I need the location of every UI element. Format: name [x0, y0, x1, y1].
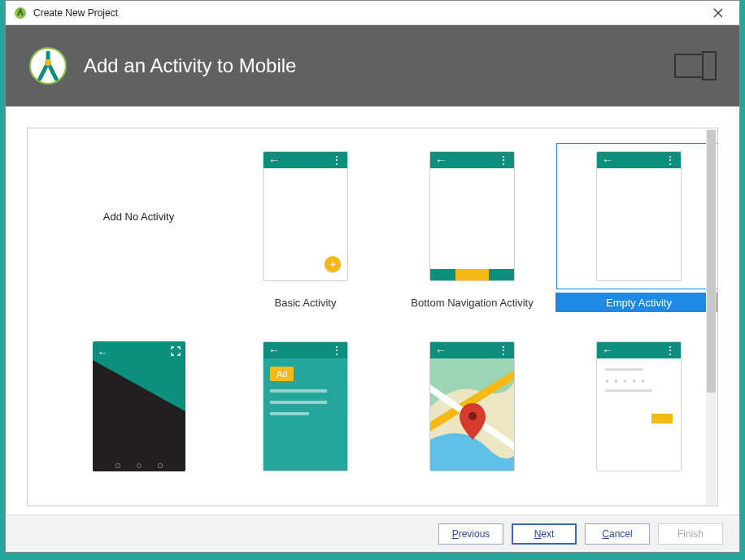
template-gallery: Add No Activity ← ⋮ +	[27, 128, 718, 506]
overflow-menu-icon: ⋮	[664, 345, 676, 356]
svg-point-3	[45, 59, 51, 66]
previous-button[interactable]: Previous	[438, 523, 503, 545]
overflow-menu-icon: ⋮	[498, 345, 509, 356]
dialog-window: Create New Project Add an Activity to Mo…	[5, 0, 740, 553]
content-area: Add No Activity ← ⋮ +	[6, 106, 739, 514]
template-basic-activity[interactable]: ← ⋮ + Basic Activity	[222, 143, 389, 312]
template-empty-activity[interactable]: ← ⋮ Empty Activity	[555, 143, 718, 312]
template-add-no-activity[interactable]: Add No Activity	[55, 143, 222, 312]
template-login-activity[interactable]: ← ⋮ ● ● ● ● ●	[555, 333, 718, 480]
template-label	[55, 293, 222, 312]
back-arrow-icon: ←	[268, 345, 280, 356]
template-maps-activity[interactable]: ← ⋮	[389, 333, 555, 480]
back-arrow-icon: ←	[435, 154, 447, 166]
close-button[interactable]	[702, 2, 734, 24]
fullscreen-icon	[171, 346, 181, 358]
maps-activity-thumb: ← ⋮	[429, 341, 515, 471]
template-admob-activity[interactable]: ← ⋮ Ad	[222, 333, 389, 480]
scrollbar-thumb[interactable]	[707, 130, 716, 393]
template-label: Bottom Navigation Activity	[389, 293, 555, 312]
android-studio-icon	[14, 7, 27, 20]
back-arrow-icon: ←	[268, 154, 280, 166]
overflow-menu-icon: ⋮	[331, 345, 342, 356]
bottomnav-activity-thumb: ← ⋮	[429, 151, 515, 281]
back-arrow-icon: ←	[435, 345, 447, 356]
back-arrow-icon: ←	[602, 154, 613, 166]
android-studio-logo-icon	[28, 46, 68, 85]
scrollbar[interactable]	[706, 129, 717, 505]
titlebar: Create New Project	[6, 1, 739, 25]
template-bottom-navigation-activity[interactable]: ← ⋮ Bottom Navigation Activity	[389, 143, 555, 312]
ad-activity-thumb: ← ⋮ Ad	[263, 341, 348, 471]
svg-rect-5	[703, 52, 716, 80]
basic-activity-thumb: ← ⋮ +	[263, 151, 348, 281]
template-label: Empty Activity	[555, 293, 718, 312]
template-label: Basic Activity	[222, 293, 389, 312]
wizard-header: Add an Activity to Mobile	[6, 25, 739, 106]
svg-point-7	[468, 412, 477, 420]
page-title: Add an Activity to Mobile	[84, 54, 674, 77]
template-fullscreen-activity[interactable]: ←	[55, 333, 222, 480]
finish-button: Finish	[658, 523, 723, 545]
window-title: Create New Project	[33, 7, 702, 19]
fullscreen-activity-thumb: ←	[93, 341, 185, 471]
fab-icon: +	[325, 256, 341, 272]
cancel-button[interactable]: Cancel	[585, 523, 650, 545]
device-frame-icon	[674, 51, 717, 80]
back-arrow-icon: ←	[98, 346, 108, 358]
overflow-menu-icon: ⋮	[664, 154, 676, 166]
empty-activity-thumb: ← ⋮	[596, 151, 682, 281]
login-activity-thumb: ← ⋮ ● ● ● ● ●	[596, 341, 682, 471]
wizard-footer: Previous Next Cancel Finish	[6, 514, 739, 552]
no-activity-thumb: Add No Activity	[96, 151, 181, 281]
back-arrow-icon: ←	[602, 345, 613, 356]
next-button[interactable]: Next	[512, 523, 577, 545]
ad-badge: Ad	[270, 367, 294, 381]
overflow-menu-icon: ⋮	[498, 154, 509, 166]
overflow-menu-icon: ⋮	[331, 154, 342, 166]
